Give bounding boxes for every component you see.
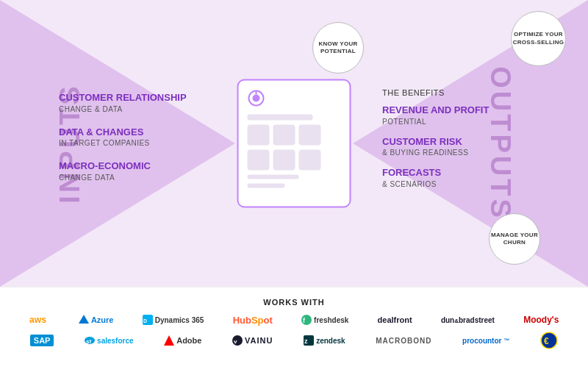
partners-grid: aws Azure D Dynamics 365 HubSpot f fresh… (15, 314, 573, 349)
svg-marker-11 (164, 335, 174, 346)
svg-text:€: € (544, 336, 549, 346)
partner-euro: € (540, 332, 558, 349)
input-item-1: CUSTOMER RELATIONSHIP CHANGE & DATA (59, 92, 191, 113)
partner-dynamics: D Dynamics 365 (143, 315, 204, 325)
partners-section: WORKS WITH aws Azure D Dynamics 365 HubS… (0, 287, 588, 375)
svg-point-1 (253, 95, 260, 102)
input-item-3: MACRO-ECONOMIC CHANGE DATA (59, 160, 191, 182)
svg-text:sf: sf (86, 338, 91, 345)
output-sub-3: & SCENARIOS (382, 180, 529, 188)
partner-hubspot: HubSpot (233, 315, 273, 326)
output-sub-2: & BUYING READINESS (382, 149, 529, 157)
partner-dealfront: dealfront (378, 315, 412, 324)
center-card (237, 79, 351, 208)
svg-text:aws: aws (29, 315, 46, 325)
output-item-2: CUSTOMER RISK & BUYING READINESS (382, 136, 529, 157)
input-sub-3: CHANGE DATA (59, 174, 191, 182)
partner-vainu: v VAINU (232, 335, 273, 346)
output-title-2: CUSTOMER RISK (382, 136, 529, 148)
inputs-content: CUSTOMER RELATIONSHIP CHANGE & DATA DATA… (59, 92, 191, 195)
output-title-3: FORECASTS (382, 167, 529, 179)
partners-row-1: aws Azure D Dynamics 365 HubSpot f fresh… (15, 314, 573, 326)
partner-salesforce: sf salesforce (85, 335, 133, 346)
input-title-3: MACRO-ECONOMIC (59, 160, 191, 172)
input-title-1: CUSTOMER RELATIONSHIP (59, 92, 191, 104)
partner-dun: dun&bradstreet (441, 316, 495, 324)
partner-zendesk: z zendesk (304, 335, 345, 346)
works-with-title: WORKS WITH (263, 298, 324, 307)
partner-procountor: procountor™ (462, 337, 509, 345)
bubble-know: KNOW YOUR POTENTIAL (312, 22, 364, 74)
svg-text:v: v (234, 338, 237, 345)
input-item-2: DATA & CHANGES IN TARGET COMPANIES (59, 126, 191, 148)
input-sub-1: CHANGE & DATA (59, 105, 191, 113)
partner-moody: Moody's (523, 315, 559, 325)
output-title-1: REVENUE AND PROFIT (382, 104, 529, 116)
bubble-manage: MANAGE YOUR CHURN (489, 213, 540, 265)
partner-sap: SAP (30, 335, 54, 346)
benefits-title: THE BENEFITS (382, 88, 529, 97)
input-sub-2: IN TARGET COMPANIES (59, 139, 191, 147)
main-area: INPUTS OUTPUTS CUSTOMER RELATIONSHIP CHA… (0, 0, 588, 287)
bubble-optimize: OPTIMIZE YOUR CROSS-SELLING (511, 11, 566, 66)
partner-azure: Azure (79, 315, 114, 325)
svg-marker-4 (79, 315, 89, 324)
partner-freshdesk: f freshdesk (301, 315, 348, 325)
partner-adobe: Adobe (164, 335, 201, 346)
output-item-3: FORECASTS & SCENARIOS (382, 167, 529, 188)
svg-text:z: z (304, 338, 308, 345)
card-logo-icon (248, 90, 265, 107)
partner-macrobond: MACROBOND (376, 337, 431, 345)
output-item-1: REVENUE AND PROFIT POTENTIAL (382, 104, 529, 126)
partners-row-2: SAP sf salesforce Adobe v VAINU z zendes… (15, 332, 573, 349)
svg-text:D: D (143, 318, 147, 324)
outputs-content: THE BENEFITS REVENUE AND PROFIT POTENTIA… (382, 88, 529, 199)
partner-aws: aws (29, 314, 50, 326)
output-sub-1: POTENTIAL (382, 118, 529, 126)
input-title-2: DATA & CHANGES (59, 126, 191, 138)
